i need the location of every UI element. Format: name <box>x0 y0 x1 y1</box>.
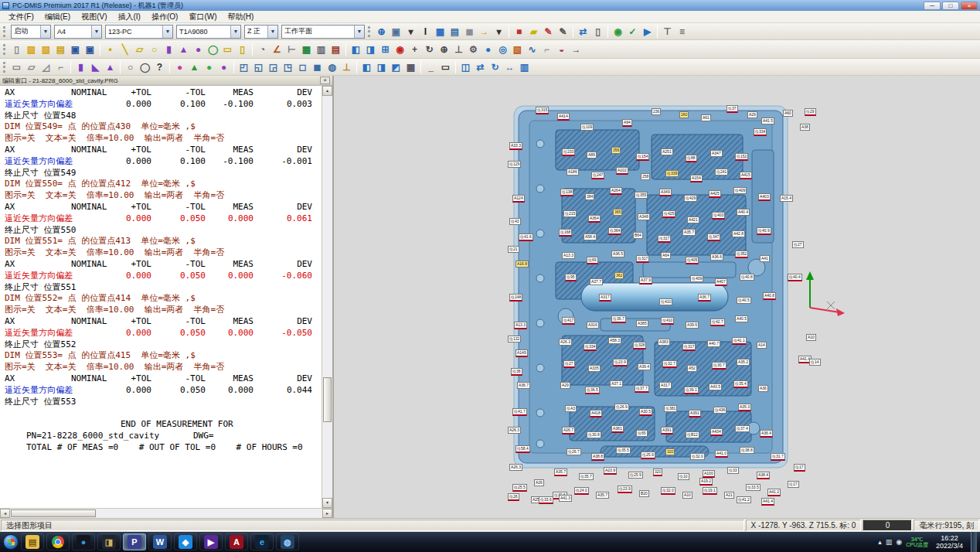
level-view-icon[interactable]: ◫ <box>458 60 473 74</box>
measure-label[interactable]: A36.4 <box>760 430 773 438</box>
measure-label[interactable]: A35.7 <box>554 469 567 476</box>
measure-label[interactable]: A40.5 <box>735 315 748 322</box>
measure-label[interactable]: A347 <box>710 150 723 157</box>
measure-label[interactable]: 位35.7 <box>579 473 594 480</box>
edit-line[interactable]: 图示=关 文本=关 倍率=10.00 输出=两者 半角=否 <box>5 362 322 373</box>
measure-label[interactable]: A26.3 <box>509 464 522 471</box>
side-view-icon[interactable]: ◳ <box>281 60 295 74</box>
measure-label[interactable]: 位247 <box>591 172 604 179</box>
measure-label[interactable]: 位148 <box>509 294 522 302</box>
measure-label[interactable]: 位132 <box>508 336 521 342</box>
measure-label[interactable]: 位14 <box>809 359 821 366</box>
measure-label[interactable]: A10 <box>806 334 816 341</box>
edit-line[interactable]: 逼近矢量方向偏差0.0000.0500.0000.044 <box>5 385 322 397</box>
parallelogram-icon[interactable]: ▱ <box>24 60 39 74</box>
minimize-button[interactable]: ─ <box>924 2 941 10</box>
measure-label[interactable]: A421 <box>687 216 699 223</box>
program-combo[interactable]: 启动▼ <box>11 25 51 39</box>
taskbar-app-explorer[interactable]: ▤ <box>21 533 44 550</box>
graphics-grid-icon[interactable]: ⊞ <box>378 43 393 56</box>
chevron-down-icon[interactable]: ▼ <box>162 26 172 38</box>
measure-label[interactable]: 位168 <box>559 229 572 237</box>
menu-item-view[interactable]: 视图(V) <box>76 11 112 23</box>
iso-view-icon[interactable]: ◰ <box>236 60 251 74</box>
measure-label[interactable]: A264 <box>610 187 622 195</box>
measure-label[interactable]: 位39.1 <box>684 387 699 394</box>
sphere-icon[interactable]: ● <box>191 43 206 56</box>
start-button[interactable] <box>3 534 19 550</box>
measure-label[interactable]: A61 <box>701 114 711 121</box>
white-circle-icon[interactable]: ○ <box>123 60 138 74</box>
measure-label[interactable]: 位35.5 <box>616 447 631 454</box>
auto-feature-icon[interactable]: ◉ <box>611 25 625 39</box>
toolbar-grip[interactable] <box>368 26 371 37</box>
measure-label[interactable]: A41.2 <box>767 489 781 496</box>
scroll-track[interactable] <box>322 96 332 498</box>
measure-label[interactable]: 位25.9 <box>628 472 643 479</box>
measure-label[interactable]: 位36.7 <box>611 315 626 323</box>
measure-label[interactable]: 位334 <box>584 343 597 351</box>
tile-view-icon[interactable]: ▥ <box>517 60 532 74</box>
edit-line[interactable]: 终止尺寸 位置553 <box>5 397 322 408</box>
rotate-view-icon[interactable]: ↻ <box>422 43 437 56</box>
tray-expand-icon[interactable]: ▴ <box>878 538 882 546</box>
measure-label[interactable]: 位26.9 <box>614 404 629 411</box>
top-view-icon[interactable]: ◲ <box>266 60 281 74</box>
zoom-in-icon[interactable]: ⊕ <box>437 43 451 56</box>
stop-icon[interactable]: ■ <box>512 25 526 39</box>
square-slot-icon[interactable]: ▯ <box>235 43 250 56</box>
measure-label[interactable]: A52 <box>687 365 697 372</box>
measure-label[interactable]: A154 <box>690 175 703 182</box>
view-window-icon[interactable]: ▣ <box>389 25 403 39</box>
edit-window-text[interactable]: AXNOMINAL+TOL-TOLMEASDEV逼近矢量方向偏差0.0000.1… <box>0 86 322 508</box>
measure-label[interactable]: 位21 <box>508 246 519 253</box>
edit-line[interactable]: 逼近矢量方向偏差0.0000.0500.000-0.050 <box>5 328 322 339</box>
measure-label[interactable]: 位38 <box>511 368 522 376</box>
measure-label[interactable]: A41 <box>760 255 770 262</box>
measure-label[interactable]: 位25.5 <box>512 484 527 492</box>
edit-line[interactable] <box>5 407 322 419</box>
measure-label[interactable]: 位30.7 <box>712 362 726 370</box>
measure-label[interactable]: A16.8 <box>516 261 529 267</box>
report-list-icon[interactable]: ≡ <box>675 25 689 39</box>
cube-view-icon[interactable]: ◧ <box>349 43 363 56</box>
measure-label[interactable]: 位436 <box>713 407 726 414</box>
rotate-cad-icon[interactable]: ↻ <box>488 60 502 74</box>
measure-label[interactable]: A391 <box>689 410 701 417</box>
measure-label[interactable]: 位32.0 <box>661 487 675 495</box>
taskbar-app-file-manager[interactable]: ◨ <box>97 533 121 550</box>
shaded-view-icon[interactable]: ◧ <box>359 60 374 74</box>
axis-combo[interactable]: Z 正▼ <box>244 25 278 39</box>
edit-line[interactable]: 逼近矢量方向偏差0.0000.0500.000-0.060 <box>5 271 322 282</box>
measure-label[interactable]: A40.4 <box>737 209 750 216</box>
datum-icon[interactable]: ⊥ <box>339 60 354 74</box>
measure-label[interactable]: A35.3 <box>738 404 751 411</box>
green-sphere-icon[interactable]: ● <box>202 60 216 74</box>
measure-label[interactable]: A21 <box>724 492 734 499</box>
measure-label[interactable]: A33.3 <box>509 142 522 150</box>
measure-label[interactable]: 位40.8 <box>740 274 754 281</box>
taskbar-app-chrome[interactable] <box>46 533 70 550</box>
edit-line[interactable]: AXNOMINAL+TOL-TOLMEASDEV <box>5 145 322 156</box>
measure-label[interactable]: A425 <box>709 190 721 198</box>
round-slot-icon[interactable]: ▭ <box>220 43 235 56</box>
edit-horizontal-scrollbar[interactable]: ◂ ▸ <box>0 508 332 518</box>
solid-view-icon[interactable]: ◼ <box>462 25 477 39</box>
measure-label[interactable]: 位315 <box>536 107 549 114</box>
measure-label[interactable]: 位317 <box>636 255 649 263</box>
measure-label[interactable]: 位A3 <box>565 405 577 412</box>
taskbar-app-browser-blue[interactable]: ● <box>72 533 95 550</box>
graphics-view[interactable]: 位315A414位109A94236260A61位37A29A41.5位334A… <box>334 76 980 518</box>
edit-line[interactable]: 图示=关 文本=关 倍率=10.00 输出=两者 半角=否 <box>5 190 322 202</box>
edit-line[interactable]: AXNOMINAL+TOL-TOLMEASDEV <box>5 373 322 385</box>
menu-item-insert[interactable]: 插入(I) <box>112 11 145 23</box>
measure-label[interactable]: 位37.4 <box>735 425 750 432</box>
measure-label[interactable]: 位29 <box>805 108 816 116</box>
edit-window-caption[interactable]: 编辑窗口 - 21-8228_6000_std_cavity.PRG × <box>0 76 332 86</box>
edit-line[interactable]: 图示=关 文本=关 倍率=10.00 输出=两者 半角=否 <box>5 247 322 259</box>
edit-vertical-scrollbar[interactable]: ▴ ▾ <box>322 86 332 508</box>
measure-label[interactable]: 位233 <box>562 148 575 156</box>
green-cone-icon[interactable]: ▲ <box>187 60 202 74</box>
help-icon[interactable]: ? <box>152 60 167 74</box>
measure-label[interactable]: 位409 <box>690 275 703 282</box>
